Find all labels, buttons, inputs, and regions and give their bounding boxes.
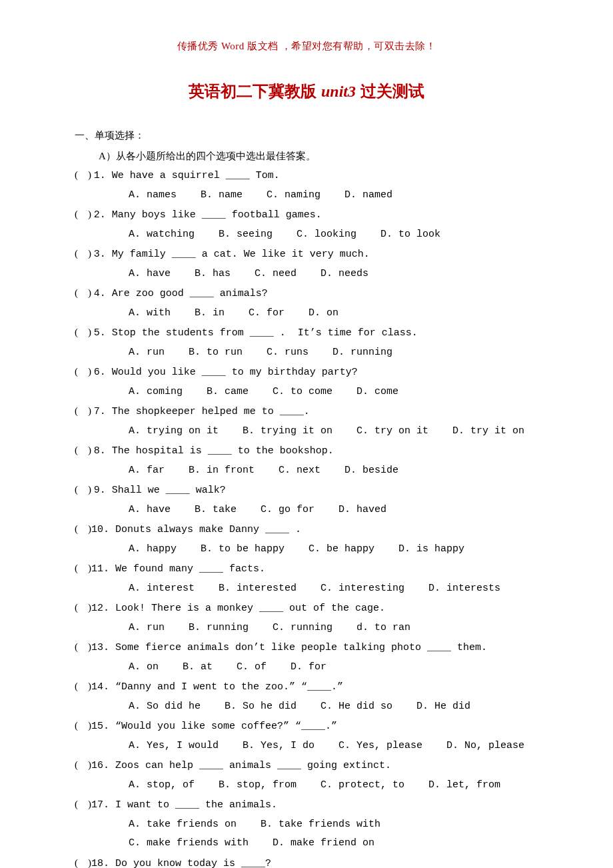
question-stem: ( )18. Do you know today is ____? xyxy=(75,853,538,869)
question-stem: ( ) 3. My family ____ a cat. We like it … xyxy=(75,244,538,265)
question-stem: ( ) 1. We have a squirrel ____ Tom. xyxy=(75,165,538,186)
question-options: A. names B. name C. naming D. named xyxy=(75,186,538,205)
question-options: A. have B. take C. go for D. haved xyxy=(75,501,538,520)
question-stem: ( ) 8. The hospital is ____ to the books… xyxy=(75,441,538,461)
title-part-a: 英语初二下冀教版 xyxy=(189,82,321,100)
question-options: A. trying on it B. trying it on C. try o… xyxy=(75,422,538,441)
question-options: C. make friends with D. make friend on xyxy=(75,834,538,853)
question-options: A. interest B. interested C. interesting… xyxy=(75,579,538,599)
question-options: A. coming B. came C. to come D. come xyxy=(75,383,538,402)
question-stem: ( ) 7. The shopkeeper helped me to ____. xyxy=(75,401,538,422)
question-options: A. So did he B. So he did C. He did so D… xyxy=(75,697,538,717)
question-options: A. Yes, I would B. Yes, I do C. Yes, ple… xyxy=(75,737,538,756)
question-stem: ( )16. Zoos can help ____ animals ____ g… xyxy=(75,755,538,776)
document-page: 传播优秀 Word 版文档 ，希望对您有帮助，可双击去除！ 英语初二下冀教版 u… xyxy=(0,0,613,868)
questions-container: ( ) 1. We have a squirrel ____ Tom. A. n… xyxy=(75,165,538,868)
question-stem: ( )15. “Would you like some coffee?” “__… xyxy=(75,716,538,737)
question-stem: ( )17. I want to ____ the animals. xyxy=(75,795,538,815)
instruction: A）从各小题所给出的四个选项中选出最佳答案。 xyxy=(99,147,538,166)
title-part-b: 过关测试 xyxy=(356,82,424,100)
question-stem: ( )13. Some fierce animals don’t like pe… xyxy=(75,637,538,658)
question-options: A. stop, of B. stop, from C. protect, to… xyxy=(75,776,538,795)
question-stem: ( ) 2. Many boys like ____ football game… xyxy=(75,205,538,225)
section-label: 一、单项选择： xyxy=(75,126,538,145)
question-options: A. run B. to run C. runs D. running xyxy=(75,343,538,363)
question-stem: ( )10. Donuts always make Danny ____ . xyxy=(75,519,538,540)
question-stem: ( )11. We found many ____ facts. xyxy=(75,559,538,579)
question-options: A. have B. has C. need D. needs xyxy=(75,265,538,284)
question-stem: ( ) 4. Are zoo good ____ animals? xyxy=(75,283,538,304)
question-stem: ( ) 6. Would you like ____ to my birthda… xyxy=(75,362,538,383)
question-options: A. take friends on B. take friends with xyxy=(75,815,538,835)
question-stem: ( ) 9. Shall we ____ walk? xyxy=(75,480,538,501)
document-title: 英语初二下冀教版 unit3 过关测试 xyxy=(75,81,538,102)
header-note: 传播优秀 Word 版文档 ，希望对您有帮助，可双击去除！ xyxy=(75,40,538,53)
question-options: A. with B. in C. for D. on xyxy=(75,304,538,323)
question-options: A. far B. in front C. next D. beside xyxy=(75,461,538,481)
question-stem: ( ) 5. Stop the students from ____ . It’… xyxy=(75,323,538,343)
question-options: A. run B. running C. running d. to ran xyxy=(75,619,538,638)
question-stem: ( )12. Look! There is a monkey ____ out … xyxy=(75,598,538,619)
question-stem: ( )14. “Danny and I went to the zoo.” “_… xyxy=(75,677,538,697)
question-options: A. happy B. to be happy C. be happy D. i… xyxy=(75,540,538,559)
title-unit: unit3 xyxy=(321,83,356,100)
question-options: A. watching B. seeing C. looking D. to l… xyxy=(75,225,538,245)
question-options: A. on B. at C. of D. for xyxy=(75,658,538,677)
